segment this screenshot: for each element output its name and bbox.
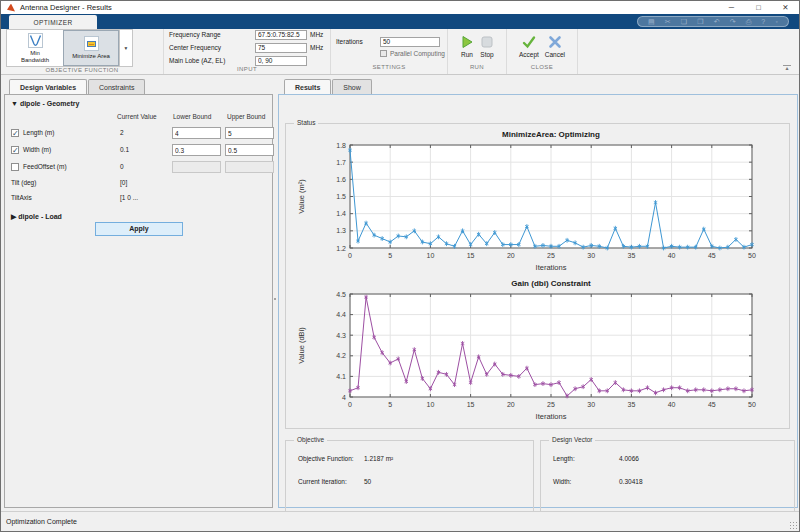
ribbon-spacer: ▴ [578,29,799,74]
svg-text:30: 30 [587,401,595,408]
length-lower-bound-field[interactable] [172,127,221,139]
redo-icon[interactable]: ↷ [730,18,736,25]
tab-design-variables[interactable]: Design Variables [9,79,87,94]
svg-text:Gain (dbi) Constraint: Gain (dbi) Constraint [511,279,591,288]
svg-text:1.5: 1.5 [336,193,346,200]
section-close: Accept Cancel CLOSE [507,29,578,74]
save-icon[interactable]: ▤ [648,18,655,25]
maximize-button[interactable]: □ [745,1,772,14]
parallel-computing-checkbox[interactable]: Parallel Computing [380,50,447,57]
svg-text:0: 0 [348,252,352,259]
width-lower-bound-field[interactable] [172,144,221,156]
svg-text:4.1: 4.1 [336,373,346,380]
center-frequency-field[interactable] [255,43,307,53]
app-logo-icon [7,4,15,12]
tab-optimizer[interactable]: OPTIMIZER [9,15,97,29]
svg-text:15: 15 [466,252,474,259]
minimize-area-button[interactable]: Minimize Area [63,30,119,66]
stop-icon [480,35,494,49]
tiltaxis-label: TiltAxis [11,194,32,201]
feedoffset-upper-bound-field [225,161,274,173]
main-lobe-label: Main Lobe (AZ, EL) [169,57,255,64]
parallel-computing-label: Parallel Computing [390,50,445,57]
options-icon[interactable]: ◦ [775,18,777,25]
width-checkbox[interactable]: ✓ [11,146,19,154]
cancel-button[interactable]: Cancel [545,35,565,58]
column-lower-bound: Lower Bound [173,113,211,120]
svg-text:50: 50 [748,401,756,408]
svg-text:Value (m²): Value (m²) [297,179,306,214]
constraint-chart: 0510152025303540455044.14.24.34.44.5Gain… [286,276,789,422]
svg-text:1.2: 1.2 [336,245,346,252]
status-groupbox-label: Status [294,119,318,126]
iterations-field[interactable] [380,37,440,47]
stop-button[interactable]: Stop [480,35,494,58]
checkbox-icon [380,50,387,57]
chevron-down-icon: ▼ [124,46,129,51]
titlebar: Antenna Designer - Results ─ □ ✕ [1,1,799,14]
width-upper-bound-field[interactable] [225,144,274,156]
min-bandwidth-button[interactable]: Min Bandwidth [7,30,63,66]
minimize-button[interactable]: ─ [718,1,745,14]
left-panel-tabs: Design Variables Constraints [9,79,146,94]
svg-text:5: 5 [388,401,392,408]
objective-function-value: 1.2187 m² [364,455,393,462]
svg-text:1.3: 1.3 [336,227,346,234]
svg-text:4.4: 4.4 [336,311,346,318]
svg-text:0: 0 [348,401,352,408]
gallery-dropdown-button[interactable]: ▼ [119,30,132,66]
expand-arrow-icon: ▼ [11,100,18,107]
min-bandwidth-icon [28,33,43,48]
apply-button[interactable]: Apply [95,222,183,236]
tab-show[interactable]: Show [332,79,372,94]
section-settings: Iterations Parallel Computing SETTINGS [331,29,448,74]
frequency-range-field[interactable] [255,30,307,40]
tab-constraints[interactable]: Constraints [88,79,145,94]
app-window: Antenna Designer - Results ─ □ ✕ OPTIMIZ… [0,0,800,532]
ribbon: Min Bandwidth Minimize Area ▼ OBJECTIVE … [1,29,799,75]
svg-text:25: 25 [547,252,555,259]
resize-grip[interactable] [789,521,797,529]
svg-text:1.7: 1.7 [336,159,346,166]
width-label: Width (m) [23,146,51,153]
svg-text:4.3: 4.3 [336,332,346,339]
tab-results[interactable]: Results [284,79,331,94]
frequency-range-label: Frequency Range [169,31,255,38]
svg-text:1.8: 1.8 [336,142,346,149]
ribbon-tab-band: OPTIMIZER ▤ ✂ ❏ ❐ ↶ ↷ ⎙ ? ◦ [1,14,799,29]
feedoffset-checkbox[interactable] [11,163,19,171]
svg-text:50: 50 [748,252,756,259]
accept-button[interactable]: Accept [519,35,539,58]
length-label: Length (m) [23,129,54,136]
iterations-label: Iterations [336,38,380,45]
svg-text:10: 10 [426,252,434,259]
center-frequency-unit: MHz [310,44,323,51]
tilt-current-value: [0] [120,179,127,186]
close-button[interactable]: ✕ [772,1,799,14]
current-iteration-label: Current Iteration: [298,478,347,485]
main-lobe-field[interactable] [255,56,307,66]
svg-text:40: 40 [667,252,675,259]
help-icon[interactable]: ? [761,18,765,25]
dipole-geometry-header[interactable]: ▼ dipole - Geometry [11,100,79,107]
collapsed-arrow-icon: ▶ [11,213,16,220]
run-button[interactable]: Run [460,35,474,58]
cut-icon[interactable]: ✂ [665,18,671,25]
objective-function-label: Objective Function: [298,455,354,462]
length-result-label: Length: [553,455,575,462]
paste-icon[interactable]: ❐ [697,18,703,25]
dipole-load-header[interactable]: ▶ dipole - Load [11,213,62,221]
length-checkbox[interactable]: ✓ [11,129,19,137]
svg-text:35: 35 [627,401,635,408]
undo-icon[interactable]: ↶ [714,18,720,25]
print-icon[interactable]: ⎙ [746,18,752,25]
panel-splitter[interactable] [274,298,276,300]
table-row-tiltaxis: TiltAxis [1 0 ... [11,193,268,207]
svg-text:4.5: 4.5 [336,291,346,298]
right-panel-tabs: Results Show [284,79,373,94]
collapse-ribbon-icon[interactable]: ▴ [783,65,791,71]
copy-icon[interactable]: ❏ [681,18,687,25]
length-upper-bound-field[interactable] [225,127,274,139]
section-label-objective: OBJECTIVE FUNCTION [1,67,163,74]
section-run: Run Stop RUN [448,29,507,74]
